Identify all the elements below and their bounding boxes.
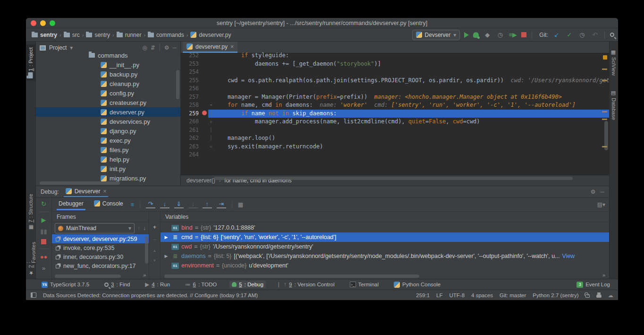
code-line-261[interactable]: 261│ [181,126,609,135]
fold-marker[interactable]: ▫ [208,118,214,126]
tree-item-djangopy[interactable]: django.py [36,126,180,136]
code-line-264[interactable]: 264 [181,151,609,159]
tool-stripe-tab-sciview[interactable]: ▦SciView [610,46,618,78]
code-line-255[interactable]: 255 cwd = os.path.realpath(os.path.join(… [181,77,609,85]
notifications-gear-icon[interactable]: ☁ [608,292,614,299]
breadcrumb-item[interactable]: devserver.py [199,32,231,38]
frames-horizontal-scrollbar[interactable] [55,275,121,278]
tree-item-devservicespy[interactable]: devservices.py [36,117,180,126]
move-up-icon[interactable]: ▲ [153,249,157,253]
toolwindow-button-todo[interactable]: ≔6: TODO [183,280,219,289]
tree-item-filespy[interactable]: files.py [36,145,180,155]
expand-icon[interactable]: ▶ [163,235,169,240]
chevron-down-icon[interactable]: ▾ [70,44,73,51]
git-commit-button[interactable]: ✓ [565,31,574,38]
code-line-258[interactable]: 258▾ for name, cmd in daemons: name: 'wo… [181,101,609,110]
run-to-cursor-icon[interactable]: ⇥ [217,200,226,208]
move-down-icon[interactable]: ▼ [153,258,157,263]
tree-item-commands[interactable]: commands [36,51,180,60]
variable-row-bind[interactable]: 01bind={str}'127.0.0.1:8888' [161,223,609,232]
variables-horizontal-scrollbar[interactable] [164,275,419,278]
step-out-icon[interactable]: ↑ [203,200,212,208]
add-watch-icon[interactable]: + [153,224,156,231]
event-log-button[interactable]: 3Event Log [574,281,612,289]
layout-settings-icon[interactable]: ▤▾ [597,201,605,208]
project-vertical-scrollbar[interactable] [176,70,179,99]
tree-item-cleanuppy[interactable]: cleanup.py [36,79,180,88]
fold-marker[interactable]: │ [208,126,214,135]
toolwindow-button-typescript[interactable]: TSTypeScript 3.7.5 [39,281,92,289]
code-line-262[interactable]: 262│ manager.loop() [181,134,609,143]
frame-row[interactable]: devserver, devserver.py:259 [52,234,149,243]
threads-view-icon[interactable]: ≡ [131,201,134,208]
collapse-all-icon[interactable]: ⇵ [151,44,155,51]
variables-more-icon[interactable]: » [602,272,605,278]
project-horizontal-scrollbar[interactable] [40,181,120,185]
variable-row-cwd[interactable]: 01cwd={str}'/Users/ryanskonnord/getsentr… [161,242,609,251]
breadcrumb-item[interactable]: sentry [94,32,110,38]
code-line-260[interactable]: 260▫ manager.add_process(name, list2cmdl… [181,118,609,126]
git-rollback-button[interactable]: ↶ [591,31,599,38]
frames-more-icon[interactable]: » [143,272,146,278]
tool-stripe-tab-structure[interactable]: ▦7: Structure [26,191,35,233]
git-history-button[interactable]: ◷ [578,31,586,38]
close-tab-icon[interactable]: × [230,43,234,50]
code-line-254[interactable]: 254 [181,68,609,77]
git-update-button[interactable]: ↙ [552,31,561,38]
toolwindow-button-find[interactable]: 3: Find [102,281,132,288]
tree-item-backuppy[interactable]: backup.py [36,69,180,79]
tree-item-devserverpy[interactable]: devserver.py [36,107,180,117]
frame-row[interactable]: new_func, decorators.py:17 [52,261,149,270]
status-item[interactable]: 259:1 [416,292,430,298]
locate-file-icon[interactable]: ◎ [142,44,147,51]
tab-console[interactable]: Console [91,199,126,210]
toolwindow-button-pythonconsole[interactable]: Python Console [391,281,443,289]
gear-icon[interactable]: ⚙ [591,189,596,195]
tool-stripe-tab-favorites[interactable]: ★2: Favorites [26,236,35,279]
editor-horizontal-scrollbar[interactable] [214,177,573,180]
run-with-configuration-button[interactable]: ≡▶ [508,31,517,38]
coverage-button[interactable]: ◆ [483,31,491,38]
tree-item-helppy[interactable]: help.py [36,155,180,164]
thread-select[interactable]: MainThread ▾ [55,223,135,233]
close-icon[interactable]: × [103,188,106,195]
expand-icon[interactable]: ▶ [163,254,169,258]
frame-down-icon[interactable]: ↓ [143,225,146,232]
tree-item-initpy[interactable]: init.py [36,164,180,173]
profiler-button[interactable]: ◷ [496,31,504,38]
variable-row-cmd[interactable]: ▶≣cmd={list: 6}['sentry', 'run', 'worker… [161,232,609,242]
breadcrumb-function[interactable]: devserver() [186,177,215,184]
stop-icon[interactable] [41,239,46,244]
hide-panel-icon[interactable]: ─ [600,189,604,195]
breakpoint[interactable] [201,110,208,118]
gear-icon[interactable]: ⚙ [164,44,169,51]
inspections-profile-icon[interactable] [596,294,602,298]
step-into-icon[interactable]: ↓ [160,200,169,208]
breadcrumb-item[interactable]: src [72,32,80,38]
run-button[interactable] [464,32,469,38]
code-line-252[interactable]: 252 if styleguide: [181,52,609,60]
code-line-253[interactable]: 253 daemons += [_get_daemon("storybook")… [181,60,609,69]
status-item[interactable]: 4 spaces [471,292,493,298]
frame-up-icon[interactable]: ↑ [137,225,140,232]
resume-icon[interactable]: ▶ [42,216,46,223]
breadcrumb-item[interactable]: commands [156,32,184,38]
fold-marker[interactable]: ▾ [208,101,214,110]
view-link[interactable]: View [562,253,575,259]
code-line-256[interactable]: 256 [181,85,609,93]
frame-row[interactable]: invoke, core.py:535 [52,243,149,252]
breadcrumb-item[interactable]: sentry [40,32,57,38]
breadcrumb-item[interactable]: runner [125,32,142,38]
tool-window-toggle-icon[interactable] [31,292,36,298]
frames-vertical-scrollbar[interactable] [145,236,148,264]
variable-row-environment[interactable]: 01environment={unicode}u'development' [161,261,609,270]
code-line-259[interactable]: 259│ if name not in skip_daemons: [181,110,609,118]
code-area[interactable]: 252 if styleguide:253 daemons += [_get_d… [181,52,609,175]
step-my-code-icon[interactable]: ⇓ [174,200,184,208]
fold-marker[interactable]: ▫ [208,143,214,151]
evaluate-expression-icon[interactable]: ▦ [238,201,243,208]
tab-debugger[interactable]: Debugger [56,199,86,210]
run-configuration-select[interactable]: Devserver ▾ [412,30,460,40]
tool-stripe-tab-database[interactable]: ▤Database [610,87,618,123]
tree-item-__init__py[interactable]: __init__.py [36,60,180,69]
